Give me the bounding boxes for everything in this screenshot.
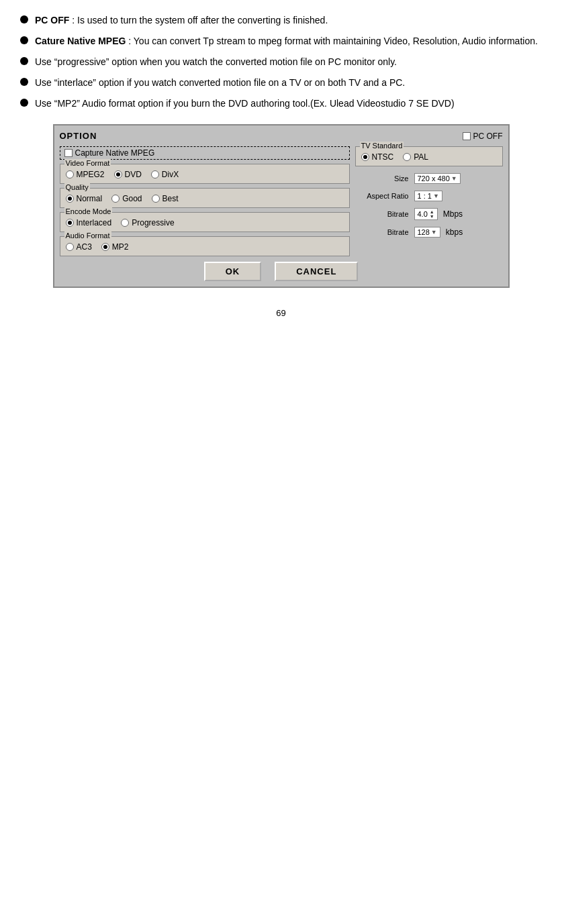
audio-bitrate-value-box[interactable]: 128 ▼: [414, 227, 440, 238]
aspect-ratio-dropdown-icon[interactable]: ▼: [433, 193, 439, 199]
encode-interlaced-option[interactable]: Interlaced: [66, 218, 112, 227]
encode-progressive-radio[interactable]: [121, 219, 129, 227]
tv-standard-content: NTSC PAL: [361, 150, 497, 162]
video-bitrate-stepper[interactable]: ▲ ▼: [430, 209, 434, 219]
video-dvd-radio[interactable]: [114, 170, 122, 178]
bullet-pcoff: PC OFF : Is used to turn the system off …: [20, 13, 542, 28]
ok-button[interactable]: OK: [204, 262, 262, 281]
size-value: 720 x 480: [418, 174, 450, 183]
bullet-dot-cature: [20, 36, 28, 44]
video-bitrate-up-icon[interactable]: ▲: [430, 209, 434, 214]
bullet-dot-mp2: [20, 99, 28, 107]
video-format-group: Video Format MPEG2 DVD DivX: [60, 164, 350, 184]
quality-normal-radio[interactable]: [66, 195, 74, 203]
encode-interlaced-label: Interlaced: [77, 218, 112, 227]
quality-normal-label: Normal: [77, 194, 103, 203]
bullet-cature: Cature Native MPEG : You can convert Tp …: [20, 34, 542, 48]
size-dropdown-icon[interactable]: ▼: [451, 175, 457, 182]
audio-bitrate-unit: kbps: [446, 227, 463, 237]
video-dvd-option[interactable]: DVD: [114, 170, 142, 179]
video-divx-option[interactable]: DivX: [151, 170, 179, 179]
cature-bold: Cature Native MPEG: [35, 36, 126, 46]
tv-pal-option[interactable]: PAL: [403, 152, 428, 162]
tv-ntsc-label: NTSC: [372, 152, 394, 162]
audio-bitrate-value: 128: [418, 228, 430, 236]
tv-pal-label: PAL: [414, 152, 428, 162]
dialog-titlebar: OPTION PC OFF: [60, 131, 503, 141]
audio-mp2-option[interactable]: MP2: [101, 242, 129, 252]
audio-ac3-radio[interactable]: [66, 243, 74, 251]
audio-mp2-label: MP2: [112, 242, 129, 252]
bullet-text-pcoff: PC OFF : Is used to turn the system off …: [35, 13, 542, 28]
video-divx-radio[interactable]: [151, 170, 159, 178]
size-row: Size 720 x 480 ▼: [355, 173, 503, 184]
audio-format-group: Audio Format AC3 MP2: [60, 236, 350, 256]
bullet-text-cature: Cature Native MPEG : You can convert Tp …: [35, 34, 542, 48]
pcoff-rest: : Is used to turn the system off after t…: [69, 15, 328, 25]
right-panel: TV Standard NTSC PAL Size 720 x 480: [355, 146, 503, 256]
encode-progressive-option[interactable]: Progressive: [121, 218, 174, 227]
video-mpeg2-label: MPEG2: [77, 170, 105, 179]
audio-bitrate-label: Bitrate: [355, 228, 409, 236]
bullet-mp2: Use “MP2” Audio format option if you bur…: [20, 97, 542, 111]
video-bitrate-row: Bitrate 4.0 ▲ ▼ Mbps: [355, 208, 503, 220]
tv-ntsc-radio[interactable]: [361, 153, 369, 161]
quality-best-option[interactable]: Best: [152, 194, 179, 203]
quality-good-label: Good: [122, 194, 142, 203]
bullet-text-progressive: Use “progressive” option when you watch …: [35, 55, 542, 69]
quality-normal-option[interactable]: Normal: [66, 194, 103, 203]
audio-bitrate-row: Bitrate 128 ▼ kbps: [355, 227, 503, 238]
pc-off-area: PC OFF: [463, 132, 503, 141]
encode-interlaced-radio[interactable]: [66, 219, 74, 227]
quality-good-radio[interactable]: [111, 195, 120, 203]
tv-standard-group: TV Standard NTSC PAL: [355, 146, 503, 166]
video-mpeg2-option[interactable]: MPEG2: [66, 170, 105, 179]
quality-good-option[interactable]: Good: [111, 194, 142, 203]
bullet-dot-interlace: [20, 78, 28, 86]
tv-standard-label: TV Standard: [360, 142, 404, 150]
dialog-title: OPTION: [60, 131, 97, 141]
size-label: Size: [355, 174, 409, 183]
video-bitrate-value-box[interactable]: 4.0 ▲ ▼: [414, 208, 438, 220]
bullet-text-mp2: Use “MP2” Audio format option if you bur…: [35, 97, 542, 111]
bullet-interlace: Use “interlace” option if you watch conv…: [20, 76, 542, 90]
cancel-button[interactable]: CANCEL: [275, 262, 358, 281]
encode-mode-label: Encode Mode: [64, 207, 113, 215]
audio-mp2-radio[interactable]: [101, 243, 109, 251]
tv-pal-radio[interactable]: [403, 153, 411, 161]
capture-native-group: Capture Native MPEG: [60, 146, 350, 160]
video-mpeg2-radio[interactable]: [66, 170, 74, 178]
audio-ac3-label: AC3: [77, 242, 92, 252]
dialog-footer: OK CANCEL: [60, 262, 503, 281]
bullet-progressive: Use “progressive” option when you watch …: [20, 55, 542, 69]
tv-ntsc-option[interactable]: NTSC: [361, 152, 394, 162]
audio-bitrate-dropdown-icon[interactable]: ▼: [431, 229, 437, 236]
aspect-ratio-label: Aspect Ratio: [355, 192, 409, 200]
video-bitrate-label: Bitrate: [355, 210, 409, 218]
capture-native-label: Capture Native MPEG: [75, 148, 155, 158]
video-format-label: Video Format: [64, 159, 111, 167]
bullet-text-interlace: Use “interlace” option if you watch conv…: [35, 76, 542, 90]
aspect-ratio-value: 1 : 1: [418, 192, 432, 200]
quality-group: Quality Normal Good Best: [60, 188, 350, 208]
bullet-dot-pcoff: [20, 15, 28, 23]
encode-mode-group: Encode Mode Interlaced Progressive: [60, 212, 350, 232]
quality-best-radio[interactable]: [152, 195, 160, 203]
encode-progressive-label: Progressive: [132, 218, 174, 227]
bullet-dot-progressive: [20, 57, 28, 65]
left-panel: Capture Native MPEG Video Format MPEG2 D…: [60, 146, 350, 256]
aspect-ratio-value-box[interactable]: 1 : 1 ▼: [414, 191, 442, 201]
video-format-content: MPEG2 DVD DivX: [66, 167, 344, 179]
video-divx-label: DivX: [162, 170, 179, 179]
quality-label: Quality: [64, 183, 90, 191]
audio-format-label: Audio Format: [64, 232, 111, 240]
video-bitrate-unit: Mbps: [443, 209, 463, 219]
dialog-body: Capture Native MPEG Video Format MPEG2 D…: [60, 146, 503, 256]
pcoff-checkbox[interactable]: [463, 132, 471, 140]
video-bitrate-down-icon[interactable]: ▼: [430, 214, 434, 219]
pcoff-label: PC OFF: [473, 132, 503, 141]
size-value-box[interactable]: 720 x 480 ▼: [414, 173, 461, 184]
audio-ac3-option[interactable]: AC3: [66, 242, 92, 252]
quality-best-label: Best: [162, 194, 179, 203]
capture-native-checkbox[interactable]: [64, 149, 73, 157]
